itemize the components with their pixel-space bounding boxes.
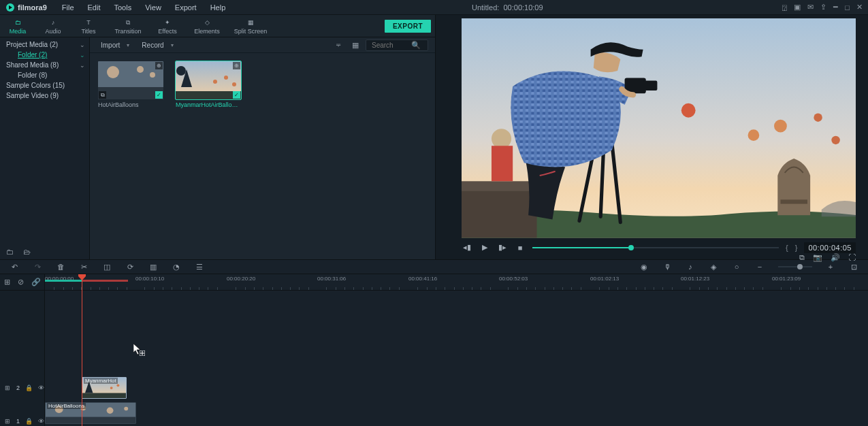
prev-frame-button[interactable]: ◂▮ — [462, 242, 472, 253]
clip-label: MyanmarHot — [84, 378, 118, 384]
tab-splitscreen[interactable]: ▦Split Screen — [229, 15, 272, 37]
delete-button[interactable]: 🗑 — [56, 263, 65, 271]
svg-rect-33 — [82, 393, 126, 399]
tree-sample-colors[interactable]: Sample Colors (15) — [0, 80, 89, 91]
magnet-icon[interactable]: ⊘ — [18, 278, 24, 286]
timeline-body[interactable]: 00:00:00:0000:00:10:1000:00:20:2000:00:3… — [45, 274, 868, 426]
search-input[interactable] — [370, 41, 404, 50]
menu-tools[interactable]: Tools — [108, 1, 139, 14]
tab-effects[interactable]: ✦Effects — [150, 15, 185, 37]
svg-rect-26 — [492, 146, 513, 181]
split-button[interactable]: ✂ — [79, 263, 89, 272]
timeline-settings-icon[interactable]: ⊞ — [4, 278, 10, 286]
zoom-in-button[interactable]: + — [826, 263, 835, 271]
menu-export[interactable]: Export — [168, 1, 204, 14]
menu-help[interactable]: Help — [204, 1, 233, 14]
undo-button[interactable]: ↶ — [10, 263, 19, 272]
clip-caption: HotAirBalloons — [98, 101, 163, 108]
ruler-tick: 00:01:02:13 — [590, 276, 619, 282]
menu-file[interactable]: File — [55, 1, 81, 14]
timeline-clip-myanmar[interactable]: MyanmarHot — [82, 377, 127, 399]
volume-icon[interactable]: 🔊 — [831, 253, 840, 262]
music-icon: ♪ — [52, 18, 55, 27]
new-folder-plus-icon[interactable]: 🗁 — [23, 248, 31, 256]
zoom-slider[interactable] — [778, 266, 812, 267]
check-icon: ✓ — [233, 91, 240, 99]
quality-icon[interactable]: ⧉ — [799, 253, 805, 262]
tab-audio[interactable]: ♪Audio — [35, 15, 71, 37]
tab-titles[interactable]: TTitles — [71, 15, 106, 37]
render-button[interactable]: ◉ — [639, 263, 649, 272]
lock-icon[interactable]: 🔒 — [25, 418, 33, 425]
folder-icon: 🗀 — [15, 18, 21, 27]
pin-icon[interactable]: ⇪ — [820, 3, 826, 12]
mark-in-button[interactable]: { — [786, 244, 788, 252]
preview-viewport[interactable] — [462, 18, 856, 238]
eye-icon[interactable]: 👁 — [38, 384, 45, 391]
minimize-icon[interactable]: ━ — [833, 3, 838, 12]
svg-point-25 — [492, 129, 511, 148]
stop-button[interactable]: ■ — [515, 242, 526, 253]
tree-shared-media[interactable]: Shared Media (8)⌄ — [0, 60, 89, 70]
close-icon[interactable]: ✕ — [856, 3, 863, 12]
preview-progress[interactable] — [532, 247, 779, 248]
app-logo: filmora9 — [5, 3, 47, 12]
tab-media[interactable]: 🗀Media — [0, 15, 35, 37]
tree-project-media[interactable]: Project Media (2)⌄ — [0, 39, 89, 50]
tree-folder-2[interactable]: Folder (2)⌄ — [0, 50, 89, 60]
track-header-1[interactable]: ⊞ 1 🔒 👁 — [0, 410, 45, 426]
svg-point-4 — [137, 66, 144, 73]
record-button[interactable]: ○ — [732, 263, 741, 271]
tree-sample-video[interactable]: Sample Video (9) — [0, 91, 89, 101]
record-dropdown[interactable]: Record▾ — [138, 40, 177, 50]
menu-view[interactable]: View — [138, 1, 168, 14]
search-icon[interactable]: 🔍 — [411, 41, 421, 50]
mark-out-button[interactable]: } — [795, 244, 798, 252]
eye-icon[interactable]: 👁 — [38, 418, 45, 425]
play-button[interactable]: ▶ — [479, 242, 490, 253]
redo-button[interactable]: ↷ — [33, 263, 42, 272]
mixer-button[interactable]: ♪ — [686, 263, 695, 271]
mail-icon[interactable]: ✉ — [807, 3, 814, 12]
add-icon[interactable]: ⊕ — [155, 62, 163, 69]
link-icon[interactable]: 🔗 — [31, 278, 41, 286]
maximize-icon[interactable]: □ — [845, 3, 850, 12]
media-clip-hotairballoons[interactable]: ⊕ ⧉ ✓ HotAirBalloons — [98, 61, 163, 108]
green-screen-button[interactable]: ◔ — [172, 263, 181, 272]
crop-button[interactable]: ◫ — [102, 263, 112, 272]
adjust-button[interactable]: ☰ — [195, 263, 204, 272]
track-header-2[interactable]: ⊞ 2 🔒 👁 — [0, 377, 45, 399]
zoom-fit-button[interactable]: ⊡ — [849, 263, 858, 272]
snapshot-icon[interactable]: 📷 — [813, 253, 822, 262]
speed-button[interactable]: ⟳ — [125, 263, 135, 272]
clip-info-icon[interactable]: ⧉ — [99, 91, 106, 99]
tab-elements[interactable]: ◇Elements — [185, 15, 229, 37]
timeline-ruler[interactable]: 00:00:00:0000:00:10:1000:00:20:2000:00:3… — [45, 274, 868, 291]
tab-transition[interactable]: ⧉Transition — [106, 15, 150, 37]
marker-button[interactable]: ◈ — [709, 263, 718, 272]
menu-edit[interactable]: Edit — [81, 1, 108, 14]
next-frame-button[interactable]: ▮▸ — [497, 242, 508, 253]
fullscreen-icon[interactable]: ⛶ — [848, 253, 856, 261]
zoom-out-button[interactable]: − — [755, 263, 765, 271]
media-clip-myanmar[interactable]: ⊕ ✓ MyanmarHotAirBalloons5 — [176, 61, 241, 108]
app-name: filmora9 — [18, 3, 47, 12]
color-button[interactable]: ▥ — [148, 263, 158, 272]
tree-folder-8[interactable]: Folder (8) — [0, 70, 89, 80]
voiceover-button[interactable]: 🎙 — [662, 263, 672, 271]
playhead[interactable] — [82, 274, 82, 426]
export-button[interactable]: EXPORT — [385, 20, 431, 33]
category-toolbar: 🗀Media ♪Audio TTitles ⧉Transition ✦Effec… — [0, 15, 435, 37]
timeline-clip-hotairballoons[interactable]: HotAirBalloons — [45, 402, 136, 424]
grid-view-icon[interactable]: ▦ — [352, 41, 359, 50]
new-folder-icon[interactable]: 🗀 — [6, 248, 14, 256]
add-icon[interactable]: ⊕ — [233, 62, 240, 69]
filter-icon[interactable]: ⫧ — [335, 41, 342, 49]
main-menu: File Edit Tools View Export Help — [55, 1, 232, 14]
import-dropdown[interactable]: Import▾ — [97, 40, 133, 50]
lock-icon[interactable]: 🔒 — [25, 384, 33, 391]
preview-panel: ◂▮ ▶ ▮▸ ■ { } 00:00:04:05 ⧉ 📷 🔊 ⛶ — [436, 15, 868, 259]
user-icon[interactable]: ⍰ — [782, 3, 787, 12]
search-field[interactable]: 🔍 — [366, 39, 428, 51]
save-icon[interactable]: ▣ — [794, 3, 801, 12]
